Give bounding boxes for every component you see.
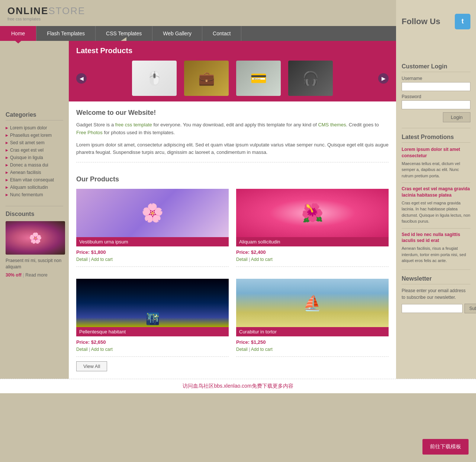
cms-themes-link[interactable]: CMS themes — [318, 122, 346, 127]
logo-store: STORE — [48, 5, 85, 16]
product-title-bar: Pellentesque habitant — [76, 327, 229, 336]
newsletter-heading: Newsletter — [402, 275, 470, 284]
product-price: Price: $1,800 — [76, 249, 229, 255]
twitter-icon[interactable]: t — [455, 14, 470, 29]
nav-home[interactable]: Home — [0, 26, 36, 41]
product-title-bar: Vestibulum urna ipsum — [76, 237, 229, 246]
product-image-1: 🌸 — [76, 189, 229, 237]
customer-login: Customer Login Username Password Login — [402, 63, 470, 122]
categories-list: ▶Lorem ipsum dolor ▶Phasellus eget lorem… — [6, 124, 63, 198]
carousel-prev-button[interactable]: ◀ — [76, 73, 87, 84]
welcome-heading: Welcome to our Website! — [76, 109, 389, 117]
newsletter-section: Newsletter Please enter your email addre… — [402, 275, 470, 313]
cat-item[interactable]: ▶Cras eget est vel — [6, 146, 63, 154]
product-detail-link[interactable]: Detail — [236, 347, 248, 352]
read-more-link[interactable]: Read more — [25, 272, 47, 278]
nav-contact[interactable]: Contact — [202, 26, 241, 41]
product-item: 🌃 Pellentesque habitant Price: $2,650 De… — [76, 279, 229, 361]
latest-promotions: Latest Promotions Lorem ipsum dolor sit … — [402, 134, 470, 264]
discount-image: 🌸 — [6, 221, 65, 255]
discount-desc: Praesent mi mi, suscipit non aliquam — [6, 258, 63, 270]
discounts-heading: Discounts — [6, 211, 63, 217]
cat-item[interactable]: ▶Etiam vitae consequat — [6, 176, 63, 184]
left-sidebar: Categories ▶Lorem ipsum dolor ▶Phasellus… — [0, 41, 69, 379]
promo-item: Sed id leo nec nulla sagittis iaculis se… — [402, 232, 470, 264]
product-detail-link[interactable]: Detail — [76, 347, 88, 352]
carousel-item: 💳 — [236, 61, 281, 96]
cat-item[interactable]: ▶Aliquam sollicitudin — [6, 184, 63, 191]
product-image-2: 🌺 — [236, 189, 389, 237]
cat-item[interactable]: ▶Sed sit amet sem — [6, 139, 63, 146]
product-item: 🌸 Vestibulum urna ipsum Price: $1,800 De… — [76, 189, 229, 271]
free-css-link[interactable]: free css template — [115, 122, 152, 127]
product-detail-link[interactable]: Detail — [76, 257, 88, 262]
view-all-button[interactable]: View All — [76, 361, 107, 371]
password-input[interactable] — [402, 100, 470, 109]
content-area: Welcome to our Website! Gadget Store is … — [69, 101, 396, 175]
promo-body: Maecenas tellus erat, dictum vel semper … — [402, 161, 470, 179]
discount-price-row: 30% off | Read more — [6, 272, 63, 278]
product-add-cart-link[interactable]: Add to cart — [251, 347, 273, 352]
promo-title[interactable]: Lorem ipsum dolor sit amet consectetur — [402, 146, 470, 159]
login-button[interactable]: Login — [443, 112, 470, 122]
welcome-para1: Gadget Store is a free css template for … — [76, 121, 389, 137]
newsletter-email-input[interactable] — [402, 304, 463, 313]
product-price: Price: $2,650 — [76, 339, 229, 345]
cat-item[interactable]: ▶Aenean facilisis — [6, 169, 63, 176]
cat-item[interactable]: ▶Donec a massa dui — [6, 161, 63, 169]
right-sidebar: Customer Login Username Password Login L… — [396, 41, 476, 379]
nav-flash-templates[interactable]: Flash Templates — [36, 26, 96, 41]
product-title-bar: Curabitur in tortor — [236, 327, 389, 336]
product-links: Detail | Add to cart — [236, 347, 389, 352]
product-image-3: 🌃 — [76, 279, 229, 327]
carousel-item: 🖱️ — [132, 61, 177, 96]
banner-heading: Latest Products — [76, 46, 389, 55]
product-links: Detail | Add to cart — [76, 347, 229, 352]
promo-title[interactable]: Sed id leo nec nulla sagittis iaculis se… — [402, 232, 470, 244]
nav-web-gallery[interactable]: Web Gallery — [152, 26, 202, 41]
carousel-item: 💼 — [184, 61, 229, 96]
product-price: Price: $1,250 — [236, 339, 389, 345]
promo-body: Cras eget est vel magna gravida lacinia.… — [402, 200, 470, 224]
product-links: Detail | Add to cart — [76, 257, 229, 262]
free-photos-link[interactable]: Free Photos — [76, 130, 103, 135]
product-image-4: ⛵ — [236, 279, 389, 327]
promo-body: Aenean facilisis, risus a feugiat interd… — [402, 245, 470, 264]
product-item: 🌺 Aliquam sollicitudin Price: $2,400 Det… — [236, 189, 389, 271]
product-add-cart-link[interactable]: Add to cart — [91, 257, 113, 262]
watermark-text: 访问血鸟社区bbs.xlenlao.com免费下载更多内容 — [183, 383, 293, 389]
carousel-item: 🎧 — [288, 61, 333, 96]
footer-watermark: 访问血鸟社区bbs.xlenlao.com免费下载更多内容 — [0, 379, 476, 393]
categories-heading: Categories — [6, 112, 63, 120]
product-title-bar: Aliquam sollicitudin — [236, 237, 389, 246]
products-section: Our Products 🌸 Vestibulum urna ipsum Pri… — [69, 175, 396, 379]
cat-item[interactable]: ▶Quisque in ligula — [6, 154, 63, 161]
product-add-cart-link[interactable]: Add to cart — [251, 257, 273, 262]
banner: Latest Products ◀ 🖱️ 💼 💳 🎧 ▶ — [69, 41, 396, 101]
promo-item: Lorem ipsum dolor sit amet consectetur M… — [402, 146, 470, 179]
product-links: Detail | Add to cart — [236, 257, 389, 262]
carousel-next-button[interactable]: ▶ — [378, 73, 389, 84]
logo-online: ONLINE — [7, 5, 48, 16]
subscribe-button[interactable]: Subscribe — [464, 304, 476, 313]
discount-tag: 30% off — [6, 272, 22, 278]
product-price: Price: $2,400 — [236, 249, 389, 255]
product-detail-link[interactable]: Detail — [236, 257, 248, 262]
products-heading: Our Products — [76, 175, 389, 183]
cat-item[interactable]: ▶Phasellus eget lorem — [6, 132, 63, 139]
cat-item[interactable]: ▶Lorem ipsum dolor — [6, 124, 63, 132]
cat-item[interactable]: ▶Nunc fermentum — [6, 191, 63, 198]
password-label: Password — [402, 94, 470, 99]
follow-us-heading: Follow Us — [402, 17, 440, 26]
product-add-cart-link[interactable]: Add to cart — [91, 347, 113, 352]
login-heading: Customer Login — [402, 63, 470, 72]
product-item: ⛵ Curabitur in tortor Price: $1,250 Deta… — [236, 279, 389, 361]
welcome-para2: Lorem ipsum dolor sit amet, consectetur … — [76, 141, 389, 157]
newsletter-desc: Please enter your email address to subsc… — [402, 287, 470, 301]
username-input[interactable] — [402, 82, 470, 91]
promo-title[interactable]: Cras eget est vel magna gravida lacinia … — [402, 186, 470, 198]
username-label: Username — [402, 76, 470, 81]
promotions-heading: Latest Promotions — [402, 134, 470, 143]
promo-item: Cras eget est vel magna gravida lacinia … — [402, 186, 470, 224]
